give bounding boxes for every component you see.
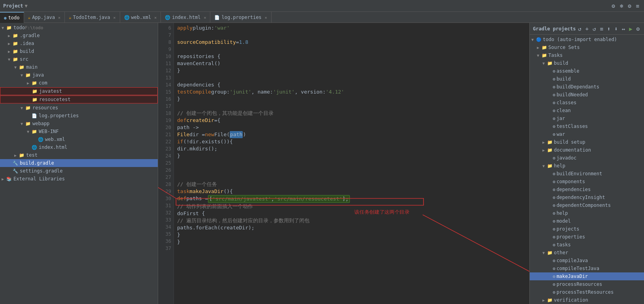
tree-item-webapp[interactable]: ▼📁webapp <box>0 120 158 128</box>
tree-icon-0: 📁 <box>6 25 12 30</box>
line-num-21: 21 <box>161 131 171 138</box>
project-tree[interactable]: ▼📁todo F:\todo▶📁.gradle▶📁.idea▶📁build▼📁s… <box>0 23 158 304</box>
tree-item-javatest[interactable]: 📁javatest <box>0 87 158 95</box>
gradle-arrow-2: ▼ <box>537 53 542 58</box>
gradle-item-clean[interactable]: ⚙clean <box>530 107 644 114</box>
gradle-config-icon[interactable]: ⚙ <box>635 25 641 32</box>
gradle-reload-icon[interactable]: ↺ <box>591 25 597 32</box>
gradle-item-verification[interactable]: ▶📁verification <box>530 296 644 304</box>
tree-item-src[interactable]: ▼📁src <box>0 55 158 63</box>
gradle-item-war[interactable]: ⚙war <box>530 130 644 138</box>
tab-log-properties[interactable]: 📄 log.properties ✕ <box>210 12 271 23</box>
gradle-item-makejavadir[interactable]: ⚙makeJavaDir <box>530 272 644 280</box>
tree-item-build[interactable]: ▶📁build <box>0 47 158 55</box>
gradle-item-model[interactable]: ⚙model <box>530 217 644 225</box>
gradle-menu-icon[interactable]: ≡ <box>599 25 604 32</box>
gradle-item-documentation[interactable]: ▶📁documentation <box>530 146 644 154</box>
gradle-label-21: dependentComponents <box>557 203 611 208</box>
gradle-item-help[interactable]: ▼📁help <box>530 162 644 170</box>
gradle-item-builddependants[interactable]: ⚙buildDependants <box>530 83 644 91</box>
tree-item-main[interactable]: ▼📁main <box>0 63 158 71</box>
gradle-item-tasks[interactable]: ⚙tasks <box>530 241 644 249</box>
tree-arrow-2: ▶ <box>8 41 13 46</box>
tab-web-xml-close[interactable]: ✕ <box>154 15 157 20</box>
gradle-item-testclasses[interactable]: ⚙testClasses <box>530 122 644 130</box>
tree-item-web-inf[interactable]: ▼📁WEB-INF <box>0 128 158 135</box>
tree-item--idea[interactable]: ▶📁.idea <box>0 39 158 47</box>
gradle-item-tasks[interactable]: ▼📁Tasks <box>530 51 644 59</box>
code-line-7 <box>177 32 526 39</box>
config-icon[interactable]: ⚙ <box>626 2 633 10</box>
freeze-icon[interactable]: ❄ <box>618 2 625 10</box>
tree-item-resoucetest[interactable]: 📁resoucetest <box>0 96 158 103</box>
gradle-down-icon[interactable]: ⬇ <box>613 25 619 32</box>
gradle-item-build[interactable]: ⚙build <box>530 75 644 83</box>
gradle-item-other[interactable]: ▼📁other <box>530 249 644 257</box>
gradle-icon-28: ⚙ <box>553 258 555 263</box>
tree-item-java[interactable]: ▼📁java <box>0 71 158 79</box>
tree-item-test[interactable]: ▶📁test <box>0 151 158 159</box>
tab-log-close[interactable]: ✕ <box>265 15 267 20</box>
tab-app-java[interactable]: ☕ App.java ✕ <box>24 12 65 23</box>
tree-item-resources[interactable]: ▼📁resources <box>0 104 158 112</box>
gradle-item-compiletestjava[interactable]: ⚙compileTestJava <box>530 265 644 272</box>
settings-icon[interactable]: ⚙ <box>610 2 616 10</box>
gradle-item-assemble[interactable]: ⚙assemble <box>530 67 644 75</box>
gradle-item-build[interactable]: ▼📁build <box>530 59 644 67</box>
tree-item-build-gradle[interactable]: 🔧build.gradle <box>0 159 158 167</box>
gradle-item-compilejava[interactable]: ⚙compileJava <box>530 257 644 265</box>
tree-icon-19: 📚 <box>6 176 12 182</box>
gradle-item-todo--auto-import-enabled-[interactable]: ▼🔵todo (auto-import enabled) <box>530 36 644 43</box>
tab-app-java-close[interactable]: ✕ <box>58 15 60 20</box>
gradle-item-source-sets[interactable]: ▶📁Source Sets <box>530 43 644 51</box>
tree-item-todo[interactable]: ▼📁todo F:\todo <box>0 24 158 32</box>
gradle-arrow-1: ▶ <box>537 45 542 50</box>
gradle-item-dependencyinsight[interactable]: ⚙dependencyInsight <box>530 193 644 201</box>
tab-index-close[interactable]: ✕ <box>204 15 206 20</box>
gradle-item-javadoc[interactable]: ⚙javadoc <box>530 154 644 162</box>
dropdown-icon[interactable]: ▼ <box>25 3 28 9</box>
gradle-item-dependentcomponents[interactable]: ⚙dependentComponents <box>530 201 644 209</box>
gradle-label-12: war <box>557 131 565 137</box>
tab-todoitem-java[interactable]: ☕ TodoItem.java ✕ <box>65 12 120 23</box>
menu-icon[interactable]: ≡ <box>635 2 641 10</box>
tree-label-3: build <box>20 49 34 54</box>
tree-item-external-libraries[interactable]: ▶📚External Libraries <box>0 175 158 183</box>
gradle-item-components[interactable]: ⚙components <box>530 178 644 186</box>
gradle-add-icon[interactable]: + <box>584 25 590 32</box>
tree-item-log-properties[interactable]: 📄log.properties <box>0 112 158 120</box>
tree-item-index-html[interactable]: 🌐index.html <box>0 143 158 151</box>
gradle-expand-icon[interactable]: ↔ <box>621 25 626 32</box>
code-content[interactable]: apply plugin: 'war' sourceCompatibility … <box>174 23 529 304</box>
gradle-icon-5: ⚙ <box>553 77 555 82</box>
line-num-27: 27 <box>161 174 171 181</box>
line-num-26: 26 <box>161 167 171 174</box>
tree-item--gradle[interactable]: ▶📁.gradle <box>0 32 158 39</box>
tree-label-18: settings.gradle <box>20 168 62 174</box>
gradle-item-buildneeded[interactable]: ⚙buildNeeded <box>530 91 644 99</box>
gradle-run-icon[interactable]: ▶ <box>628 25 633 32</box>
tab-todoitem-close[interactable]: ✕ <box>113 15 116 20</box>
gradle-icon-31: ⚙ <box>553 282 555 287</box>
tree-label-15: index.html <box>39 144 67 150</box>
gradle-item-properties[interactable]: ⚙properties <box>530 233 644 241</box>
tab-web-xml[interactable]: 🌐 web.xml ✕ <box>120 12 161 23</box>
gradle-tree[interactable]: ▼🔵todo (auto-import enabled)▶📁Source Set… <box>530 35 644 304</box>
gradle-item-dependencies[interactable]: ⚙dependencies <box>530 186 644 193</box>
gradle-item-jar[interactable]: ⚙jar <box>530 114 644 122</box>
gradle-item-processresources[interactable]: ⚙processResources <box>530 280 644 288</box>
tree-item-web-xml[interactable]: 🌐web.xml <box>0 135 158 143</box>
gradle-item-processtestresources[interactable]: ⚙processTestResources <box>530 288 644 296</box>
gradle-item-classes[interactable]: ⚙classes <box>530 99 644 107</box>
gradle-item-buildenvironment[interactable]: ⚙buildEnvironment <box>530 170 644 178</box>
gradle-item-help[interactable]: ⚙help <box>530 209 644 217</box>
tab-todo[interactable]: ● todo <box>0 12 24 23</box>
tree-item-com[interactable]: ▶📁com <box>0 79 158 87</box>
gradle-item-projects[interactable]: ⚙projects <box>530 225 644 233</box>
gradle-refresh-icon[interactable]: ↺ <box>577 25 582 32</box>
gradle-up-icon[interactable]: ⬆ <box>606 25 612 32</box>
gradle-item-build-setup[interactable]: ▶📁build setup <box>530 138 644 146</box>
tree-icon-3: 📁 <box>13 49 18 54</box>
tab-index-html[interactable]: 🌐 index.html ✕ <box>161 12 210 23</box>
tree-item-settings-gradle[interactable]: 🔧settings.gradle <box>0 167 158 175</box>
